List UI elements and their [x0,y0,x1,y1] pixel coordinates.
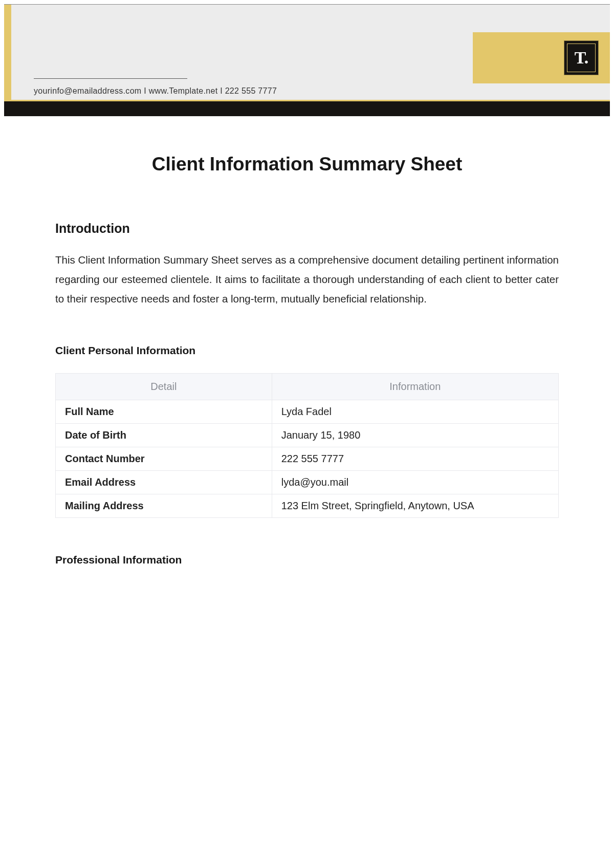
gold-left-tab [4,5,11,100]
row-value: Lyda Fadel [272,400,558,423]
table-row: Email Address lyda@you.mail [56,470,559,494]
row-value: January 15, 1980 [272,423,558,447]
table-header-row: Detail Information [56,373,559,400]
personal-info-heading: Client Personal Information [55,344,559,357]
table-row: Mailing Address 123 Elm Street, Springfi… [56,494,559,517]
content-area: Client Information Summary Sheet Introdu… [55,154,559,582]
personal-info-table: Detail Information Full Name Lyda Fadel … [55,373,559,518]
separator: I [142,86,149,95]
professional-info-heading: Professional Information [55,554,559,566]
logo-block: T. [473,32,610,83]
row-label: Contact Number [56,447,272,470]
contact-email: yourinfo@emailaddress.com [34,86,142,95]
logo-square: T. [564,40,599,75]
header-area: T. yourinfo@emailaddress.com I www.Templ… [4,5,610,100]
table-row: Full Name Lyda Fadel [56,400,559,423]
contact-website: www.Template.net [149,86,218,95]
header-thin-divider [34,78,187,79]
row-label: Email Address [56,470,272,494]
row-value: lyda@you.mail [272,470,558,494]
logo-text: T. [575,48,588,68]
row-value: 222 555 7777 [272,447,558,470]
col-information: Information [272,373,558,400]
separator: I [217,86,225,95]
row-label: Date of Birth [56,423,272,447]
row-label: Mailing Address [56,494,272,517]
table-row: Contact Number 222 555 7777 [56,447,559,470]
black-bar [4,100,610,116]
contact-phone: 222 555 7777 [225,86,277,95]
page-title: Client Information Summary Sheet [55,154,559,175]
row-value: 123 Elm Street, Springfield, Anytown, US… [272,494,558,517]
contact-line: yourinfo@emailaddress.com I www.Template… [34,86,277,96]
introduction-heading: Introduction [55,221,559,236]
introduction-text: This Client Information Summary Sheet se… [55,250,559,309]
table-row: Date of Birth January 15, 1980 [56,423,559,447]
row-label: Full Name [56,400,272,423]
col-detail: Detail [56,373,272,400]
